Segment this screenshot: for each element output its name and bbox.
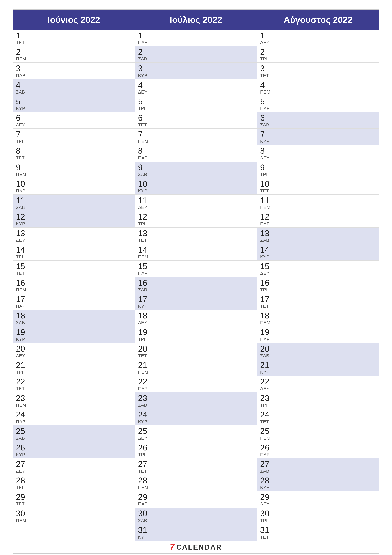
day-number: 14 xyxy=(16,245,132,254)
day-number: 5 xyxy=(138,97,254,106)
day-number: 2 xyxy=(260,47,376,57)
day-name: ΤΕΤ xyxy=(260,189,376,193)
day-number: 3 xyxy=(16,64,132,73)
day-row: 22ΤΕΤ xyxy=(13,376,135,392)
day-number: 26 xyxy=(138,443,254,452)
day-name: ΠΑΡ xyxy=(260,452,376,457)
day-name: ΠΑΡ xyxy=(16,189,132,193)
day-row: 18ΠΕΜ xyxy=(257,310,379,326)
day-number: 12 xyxy=(138,212,254,221)
logo-text: CALENDAR xyxy=(176,543,222,551)
day-number: 20 xyxy=(16,344,132,353)
day-name: ΚΥΡ xyxy=(260,485,376,490)
day-number: 10 xyxy=(138,179,254,189)
day-row: 2ΣΑΒ xyxy=(135,46,257,63)
day-number: 1 xyxy=(16,31,132,40)
day-row: 29ΤΕΤ xyxy=(13,491,135,508)
day-name: ΔΕΥ xyxy=(16,123,132,128)
day-name: ΤΕΤ xyxy=(138,469,254,474)
day-number: 30 xyxy=(16,509,132,518)
day-name: ΣΑΒ xyxy=(260,353,376,358)
day-row: 22ΠΑΡ xyxy=(135,376,257,392)
day-name: ΤΕΤ xyxy=(16,386,132,391)
day-row: 30ΤΡΙ xyxy=(257,508,379,524)
day-name: ΣΑΒ xyxy=(138,172,254,177)
day-name: ΤΡΙ xyxy=(260,403,376,408)
day-row: 16ΣΑΒ xyxy=(135,277,257,293)
day-name: ΣΑΒ xyxy=(138,287,254,292)
day-number: 26 xyxy=(16,443,132,452)
day-name: ΚΥΡ xyxy=(260,139,376,144)
day-number: 9 xyxy=(16,163,132,172)
day-name: ΔΕΥ xyxy=(16,238,132,243)
day-number: 6 xyxy=(16,113,132,123)
day-row: 6ΣΑΒ xyxy=(257,112,379,129)
day-number: 30 xyxy=(260,509,376,518)
day-name: ΠΕΜ xyxy=(138,485,254,490)
day-name: ΔΕΥ xyxy=(260,271,376,276)
month-col-august: 1ΔΕΥ2ΤΡΙ3ΤΕΤ4ΠΕΜ5ΠΑΡ6ΣΑΒ7ΚΥΡ8ΔΕΥ9ΤΡΙ10ΤΕ… xyxy=(257,30,379,541)
day-row: 27ΔΕΥ xyxy=(13,458,135,475)
day-row: 30ΠΕΜ xyxy=(13,508,135,524)
day-number: 24 xyxy=(260,410,376,419)
day-row: 1ΤΕΤ xyxy=(13,30,135,46)
day-number: 18 xyxy=(260,311,376,320)
day-row: 25ΣΑΒ xyxy=(13,425,135,442)
day-number: 15 xyxy=(260,262,376,271)
day-name: ΠΑΡ xyxy=(138,502,254,507)
day-row: 22ΔΕΥ xyxy=(257,376,379,392)
day-number: 27 xyxy=(260,460,376,469)
day-number: 26 xyxy=(260,443,376,452)
day-name: ΤΡΙ xyxy=(16,254,132,259)
day-row: 25ΠΕΜ xyxy=(257,425,379,442)
day-number: 5 xyxy=(16,97,132,106)
day-row: 14ΤΡΙ xyxy=(13,244,135,260)
day-row: 23ΠΕΜ xyxy=(13,392,135,409)
day-row: 9ΠΕΜ xyxy=(13,162,135,178)
day-name: ΤΕΤ xyxy=(16,502,132,507)
day-name: ΤΕΤ xyxy=(16,40,132,45)
day-number: 7 xyxy=(16,130,132,139)
day-row: 24ΠΑΡ xyxy=(13,409,135,425)
day-number: 28 xyxy=(138,476,254,485)
day-name: ΚΥΡ xyxy=(138,304,254,309)
day-name: ΚΥΡ xyxy=(16,452,132,457)
day-row: 5ΠΑΡ xyxy=(257,96,379,112)
day-row: 14ΚΥΡ xyxy=(257,244,379,260)
day-row: 13ΣΑΒ xyxy=(257,227,379,244)
day-number: 11 xyxy=(260,196,376,205)
day-row: 28ΠΕΜ xyxy=(135,475,257,491)
day-name: ΣΑΒ xyxy=(260,469,376,474)
day-row: 12ΚΥΡ xyxy=(13,211,135,227)
day-row: 2ΠΕΜ xyxy=(13,46,135,63)
day-name: ΤΕΤ xyxy=(138,353,254,358)
day-name: ΤΕΤ xyxy=(260,535,376,540)
day-name: ΚΥΡ xyxy=(16,106,132,111)
day-number: 19 xyxy=(138,328,254,337)
day-row: 26ΚΥΡ xyxy=(13,442,135,458)
day-number: 18 xyxy=(16,311,132,320)
day-row: 19ΤΡΙ xyxy=(135,326,257,343)
day-number: 24 xyxy=(16,410,132,419)
day-row: 3ΤΕΤ xyxy=(257,63,379,79)
day-number: 1 xyxy=(138,31,254,40)
day-number: 11 xyxy=(138,196,254,205)
day-row: 11ΠΕΜ xyxy=(257,195,379,211)
day-name: ΠΕΜ xyxy=(260,436,376,441)
day-name: ΣΑΒ xyxy=(16,89,132,95)
day-name: ΣΑΒ xyxy=(260,123,376,128)
day-row: 21ΤΡΙ xyxy=(13,359,135,376)
day-name: ΣΑΒ xyxy=(260,238,376,243)
day-row: 24ΚΥΡ xyxy=(135,409,257,425)
day-row: 15ΔΕΥ xyxy=(257,261,379,277)
day-name: ΠΑΡ xyxy=(138,40,254,45)
day-number: 13 xyxy=(16,229,132,238)
footer-row: 7 CALENDAR xyxy=(13,541,379,553)
day-name: ΤΕΤ xyxy=(138,123,254,128)
day-number: 11 xyxy=(16,196,132,205)
day-row: 10ΤΕΤ xyxy=(257,178,379,195)
day-name: ΤΕΤ xyxy=(260,73,376,78)
footer-cell-june xyxy=(13,541,135,553)
day-number: 20 xyxy=(138,344,254,353)
day-row: 29ΠΑΡ xyxy=(135,491,257,508)
